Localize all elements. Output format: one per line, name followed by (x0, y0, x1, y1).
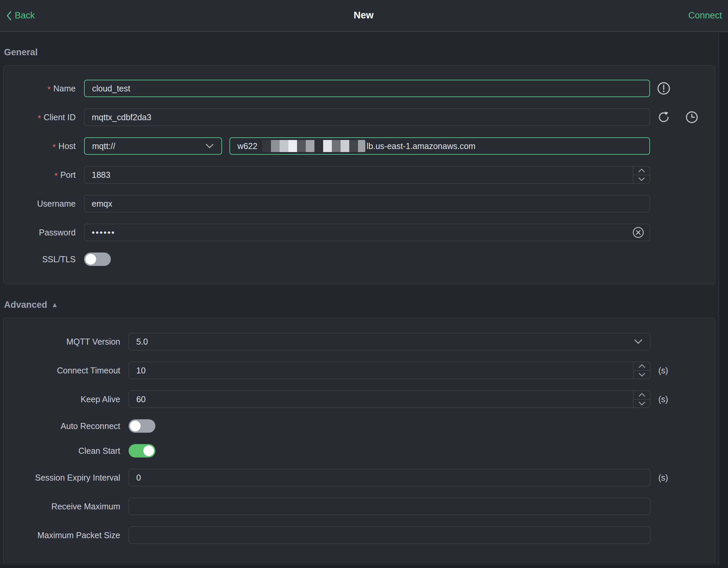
back-label: Back (15, 10, 35, 21)
stepper-down-button[interactable] (634, 400, 650, 408)
password-row: Password •••••• (4, 224, 715, 241)
redacted-host-segment (262, 140, 365, 152)
toggle-knob (130, 421, 141, 431)
page-title: New (354, 10, 374, 21)
required-marker: * (38, 114, 41, 123)
collapse-triangle-icon[interactable]: ▲ (51, 301, 58, 309)
username-row: Username emqx (4, 195, 715, 212)
clean-start-toggle[interactable] (129, 444, 155, 457)
port-input[interactable]: 1883 (84, 166, 650, 184)
maximum-packet-size-input[interactable] (129, 526, 650, 544)
connect-timeout-label: Connect Timeout (4, 366, 120, 375)
password-label: Password (4, 228, 76, 237)
receive-maximum-input[interactable] (129, 498, 650, 515)
window-bottom-edge (0, 565, 728, 568)
keep-alive-stepper (633, 391, 650, 408)
port-row: * Port 1883 (4, 166, 715, 184)
ssl-toggle[interactable] (84, 253, 111, 266)
required-marker: * (54, 171, 58, 181)
host-address-input[interactable]: w622lb.us-east-1.amazonaws.com (229, 137, 650, 155)
connect-button[interactable]: Connect (688, 10, 722, 21)
host-row: * Host mqtt:// w622lb.us-east-1.amazonaw… (4, 137, 715, 155)
history-clock-icon[interactable] (685, 110, 699, 124)
auto-reconnect-row: Auto Reconnect (4, 419, 715, 433)
session-expiry-label: Session Expiry Interval (4, 473, 120, 483)
auto-reconnect-toggle[interactable] (129, 419, 155, 433)
refresh-icon[interactable] (657, 110, 671, 124)
stepper-down-button[interactable] (633, 175, 650, 184)
seconds-unit: (s) (658, 395, 668, 404)
clean-start-label: Clean Start (4, 446, 120, 456)
keep-alive-row: Keep Alive 60 (s) (4, 390, 715, 408)
receive-maximum-row: Receive Maximum (4, 498, 715, 515)
seconds-unit: (s) (658, 366, 668, 375)
general-heading-label: General (4, 47, 38, 58)
clear-circle-icon[interactable] (632, 226, 645, 239)
toggle-knob (85, 254, 96, 265)
warning-icon[interactable] (657, 81, 671, 95)
clean-start-row: Clean Start (4, 444, 715, 457)
maximum-packet-size-label: Maximum Packet Size (4, 530, 120, 540)
client-id-label: * Client ID (4, 113, 76, 122)
host-label: * Host (4, 141, 76, 151)
connection-form: General * Name cloud_test * (0, 47, 719, 563)
seconds-unit: (s) (658, 473, 668, 483)
ssl-row: SSL/TLS (4, 253, 715, 266)
chevron-down-icon (634, 339, 643, 344)
stepper-down-button[interactable] (634, 371, 650, 379)
mqtt-version-select[interactable]: 5.0 (129, 333, 650, 350)
keep-alive-label: Keep Alive (4, 395, 120, 404)
username-input[interactable]: emqx (84, 195, 650, 212)
chevron-down-icon (205, 143, 214, 149)
stepper-up-button[interactable] (634, 391, 650, 400)
advanced-section-heading[interactable]: Advanced ▲ (4, 300, 719, 310)
connect-timeout-input[interactable]: 10 (129, 362, 650, 379)
advanced-card: MQTT Version 5.0 Connect Timeout 10 (3, 317, 715, 563)
mqtt-version-row: MQTT Version 5.0 (4, 333, 715, 350)
username-label: Username (4, 199, 76, 209)
auto-reconnect-label: Auto Reconnect (4, 421, 120, 431)
client-id-row: * Client ID mqttx_cdbf2da3 (4, 109, 715, 126)
stepper-up-button[interactable] (633, 166, 650, 175)
toggle-knob (143, 445, 154, 456)
port-stepper (633, 166, 650, 183)
session-expiry-row: Session Expiry Interval 0 (s) (4, 469, 715, 486)
ssl-label: SSL/TLS (4, 255, 76, 264)
host-protocol-select[interactable]: mqtt:// (84, 137, 222, 155)
name-row: * Name cloud_test (4, 80, 715, 97)
connect-timeout-stepper (633, 362, 650, 379)
advanced-heading-label: Advanced (4, 300, 47, 310)
mqtt-version-label: MQTT Version (4, 337, 120, 347)
stepper-up-button[interactable] (634, 362, 650, 371)
general-card: * Name cloud_test * Client ID mqttx_c (3, 65, 715, 284)
chevron-left-icon (6, 11, 12, 21)
connect-timeout-row: Connect Timeout 10 (s) (4, 362, 715, 379)
receive-maximum-label: Receive Maximum (4, 502, 120, 511)
name-label: * Name (4, 84, 76, 93)
maximum-packet-size-row: Maximum Packet Size (4, 526, 715, 544)
top-bar: Back New Connect (0, 0, 728, 32)
password-input[interactable]: •••••• (84, 224, 650, 241)
keep-alive-input[interactable]: 60 (129, 390, 650, 408)
window-right-gutter (719, 32, 728, 568)
name-input[interactable]: cloud_test (84, 80, 650, 97)
required-marker: * (53, 142, 56, 152)
back-button[interactable]: Back (6, 10, 35, 21)
port-label: * Port (4, 170, 76, 180)
general-section-heading: General (4, 47, 719, 58)
session-expiry-input[interactable]: 0 (129, 469, 650, 486)
client-id-input[interactable]: mqttx_cdbf2da3 (84, 109, 650, 126)
required-marker: * (48, 85, 51, 94)
